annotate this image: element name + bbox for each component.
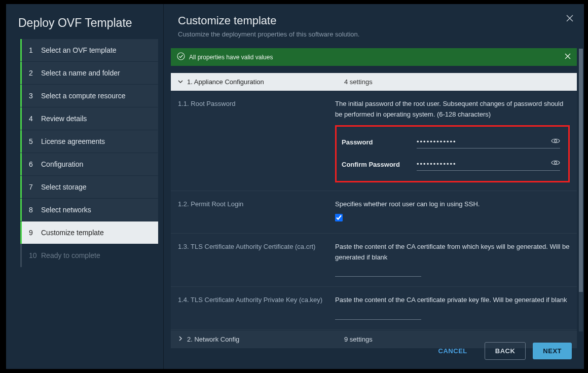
validation-banner: All properties have valid values	[171, 48, 577, 66]
wizard-step-8[interactable]: 8Select networks	[22, 199, 158, 221]
section-title: 2. Network Config	[187, 335, 344, 343]
wizard-step-1[interactable]: 1Select an OVF template	[22, 39, 158, 62]
wizard-step-6[interactable]: 6Configuration	[22, 153, 158, 176]
wizard-title: Deploy OVF Template	[6, 16, 163, 39]
eye-icon[interactable]	[551, 159, 560, 169]
close-icon[interactable]	[564, 12, 576, 24]
confirm-password-label: Confirm Password	[342, 160, 417, 170]
prop-description: Specifies whether root user can log in u…	[335, 199, 570, 210]
step-number: 1	[29, 46, 38, 54]
chevron-right-icon	[178, 336, 183, 342]
check-circle-icon	[177, 52, 185, 62]
step-label: License agreements	[41, 137, 105, 145]
step-label: Customize template	[41, 229, 104, 237]
svg-point-5	[555, 139, 557, 142]
prop-description: Paste the content of the CA certificate …	[335, 295, 570, 306]
prop-label: 1.3. TLS Certificate Authority Certifica…	[178, 242, 335, 278]
prop-value: Paste the content of the CA certificate …	[335, 242, 570, 278]
step-label: Select networks	[41, 206, 91, 214]
deploy-ovf-modal: Deploy OVF Template 1Select an OVF templ…	[6, 4, 584, 369]
step-number: 7	[29, 183, 38, 191]
prop-permit-root-login: 1.2. Permit Root Login Specifies whether…	[171, 191, 577, 234]
step-label: Select a compute resource	[41, 92, 126, 100]
prop-label: 1.1. Root Password	[178, 99, 335, 182]
chevron-down-icon	[178, 79, 183, 85]
tls-ca-crt-input[interactable]	[335, 269, 421, 277]
wizard-step-9[interactable]: 9Customize template	[22, 221, 158, 244]
step-number: 8	[29, 206, 38, 214]
back-button[interactable]: BACK	[485, 342, 526, 360]
step-number: 5	[29, 137, 38, 145]
wizard-footer: CANCEL BACK NEXT	[428, 342, 572, 360]
step-number: 2	[29, 69, 38, 77]
scrollbar[interactable]	[579, 49, 583, 331]
next-button[interactable]: NEXT	[533, 343, 572, 359]
settings-scroll-area: 1. Appliance Configuration 4 settings 1.…	[171, 66, 577, 348]
wizard-step-7[interactable]: 7Select storage	[22, 176, 158, 199]
step-label: Review details	[41, 115, 87, 123]
scrollbar-thumb[interactable]	[579, 49, 583, 292]
wizard-step-4[interactable]: 4Review details	[22, 107, 158, 130]
section-title: 1. Appliance Configuration	[187, 78, 344, 86]
confirm-password-input[interactable]	[417, 160, 548, 168]
step-number: 10	[29, 251, 38, 259]
step-number: 9	[29, 229, 38, 237]
step-label: Select a name and folder	[41, 69, 120, 77]
permit-root-login-checkbox[interactable]	[335, 214, 343, 221]
wizard-content: Customize template Customize the deploym…	[163, 4, 584, 369]
prop-root-password: 1.1. Root Password The initial password …	[171, 91, 577, 191]
eye-icon[interactable]	[551, 137, 560, 147]
prop-description: Paste the content of the CA certificate …	[335, 242, 570, 263]
step-number: 6	[29, 160, 38, 168]
page-subtitle: Customize the deployment properties of t…	[178, 30, 570, 38]
prop-label: 1.4. TLS Certificate Authority Private K…	[178, 295, 335, 321]
prop-description: The initial password of the root user. S…	[335, 99, 570, 120]
cancel-button[interactable]: CANCEL	[428, 343, 477, 359]
prop-label: 1.2. Permit Root Login	[178, 199, 335, 225]
tls-ca-key-input[interactable]	[335, 312, 421, 320]
section-meta: 4 settings	[344, 78, 570, 86]
prop-value: The initial password of the root user. S…	[335, 99, 570, 182]
prop-tls-ca-crt: 1.3. TLS Certificate Authority Certifica…	[171, 234, 577, 287]
wizard-step-10: 10Ready to complete	[22, 244, 158, 267]
section-appliance-header[interactable]: 1. Appliance Configuration 4 settings	[171, 73, 577, 91]
password-input[interactable]	[417, 138, 548, 145]
svg-point-6	[555, 162, 557, 164]
prop-value: Paste the content of the CA certificate …	[335, 295, 570, 321]
wizard-step-2[interactable]: 2Select a name and folder	[22, 62, 158, 85]
wizard-step-5[interactable]: 5License agreements	[22, 130, 158, 153]
banner-close-icon[interactable]	[565, 53, 571, 61]
step-label: Configuration	[41, 160, 83, 168]
password-label: Password	[342, 137, 417, 148]
step-label: Ready to complete	[41, 251, 100, 259]
wizard-steps: 1Select an OVF template2Select a name an…	[20, 39, 158, 267]
step-number: 3	[29, 92, 38, 100]
prop-tls-ca-key: 1.4. TLS Certificate Authority Private K…	[171, 287, 577, 330]
svg-point-2	[177, 53, 185, 60]
prop-value: Specifies whether root user can log in u…	[335, 199, 570, 225]
step-label: Select an OVF template	[41, 46, 117, 54]
wizard-sidebar: Deploy OVF Template 1Select an OVF templ…	[6, 4, 163, 369]
content-header: Customize template Customize the deploym…	[164, 4, 584, 43]
step-label: Select storage	[41, 183, 87, 191]
wizard-step-3[interactable]: 3Select a compute resource	[22, 85, 158, 107]
page-title: Customize template	[178, 14, 570, 27]
banner-text: All properties have valid values	[189, 54, 273, 61]
password-highlight-box: Password Confirm Password	[335, 125, 570, 183]
step-number: 4	[29, 115, 38, 123]
